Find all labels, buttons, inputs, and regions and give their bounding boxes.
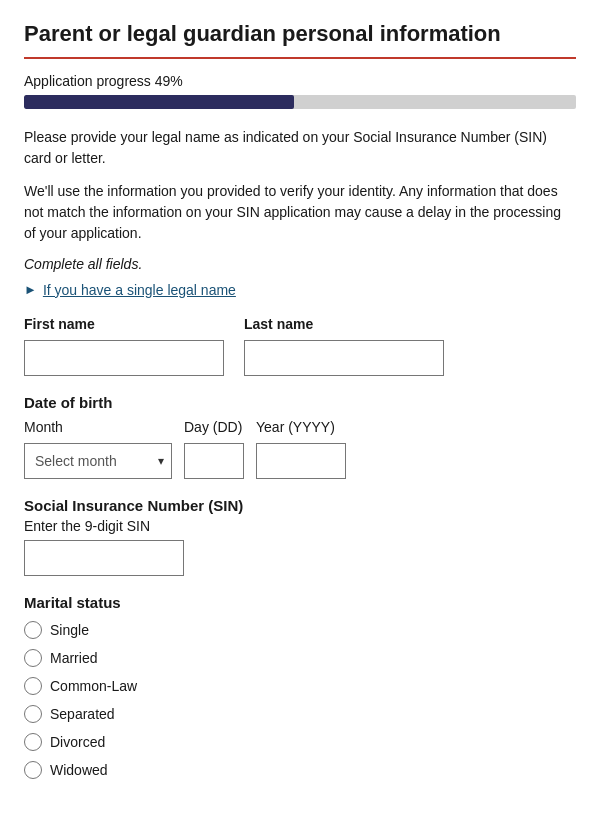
dob-section-title: Date of birth bbox=[24, 394, 576, 411]
radio-widowed-label: Widowed bbox=[50, 762, 108, 778]
radio-option-divorced: Divorced bbox=[24, 733, 576, 751]
radio-married[interactable] bbox=[24, 649, 42, 667]
year-label: Year (YYYY) bbox=[256, 419, 346, 435]
first-name-field: First name bbox=[24, 316, 224, 376]
day-input[interactable] bbox=[184, 443, 244, 479]
marital-section: Marital status Single Married Common-Law… bbox=[24, 594, 576, 779]
identity-verify-instruction: We'll use the information you provided t… bbox=[24, 181, 576, 244]
progress-bar-fill bbox=[24, 95, 294, 109]
radio-common-law[interactable] bbox=[24, 677, 42, 695]
name-row: First name Last name bbox=[24, 316, 576, 376]
progress-bar-container bbox=[24, 95, 576, 109]
first-name-label: First name bbox=[24, 316, 224, 332]
first-name-input[interactable] bbox=[24, 340, 224, 376]
page-title: Parent or legal guardian personal inform… bbox=[24, 20, 576, 59]
radio-single-label: Single bbox=[50, 622, 89, 638]
month-select[interactable]: Select month January February March Apri… bbox=[24, 443, 172, 479]
radio-divorced-label: Divorced bbox=[50, 734, 105, 750]
dob-section: Date of birth Month Select month January… bbox=[24, 394, 576, 479]
month-field: Month Select month January February Marc… bbox=[24, 419, 172, 479]
radio-option-widowed: Widowed bbox=[24, 761, 576, 779]
progress-label: Application progress 49% bbox=[24, 73, 576, 89]
sin-input[interactable] bbox=[24, 540, 184, 576]
radio-option-separated: Separated bbox=[24, 705, 576, 723]
radio-widowed[interactable] bbox=[24, 761, 42, 779]
month-label: Month bbox=[24, 419, 172, 435]
day-field: Day (DD) bbox=[184, 419, 244, 479]
day-label: Day (DD) bbox=[184, 419, 244, 435]
radio-married-label: Married bbox=[50, 650, 97, 666]
marital-status-title: Marital status bbox=[24, 594, 576, 611]
sin-sublabel: Enter the 9-digit SIN bbox=[24, 518, 576, 534]
year-input[interactable] bbox=[256, 443, 346, 479]
radio-divorced[interactable] bbox=[24, 733, 42, 751]
radio-separated-label: Separated bbox=[50, 706, 115, 722]
radio-separated[interactable] bbox=[24, 705, 42, 723]
complete-all-note: Complete all fields. bbox=[24, 256, 576, 272]
dob-row: Month Select month January February Marc… bbox=[24, 419, 576, 479]
single-name-link[interactable]: If you have a single legal name bbox=[43, 282, 236, 298]
single-name-section: ► If you have a single legal name bbox=[24, 282, 576, 298]
last-name-field: Last name bbox=[244, 316, 444, 376]
sin-section: Social Insurance Number (SIN) Enter the … bbox=[24, 497, 576, 576]
year-field: Year (YYYY) bbox=[256, 419, 346, 479]
radio-option-single: Single bbox=[24, 621, 576, 639]
radio-common-law-label: Common-Law bbox=[50, 678, 137, 694]
radio-option-married: Married bbox=[24, 649, 576, 667]
arrow-icon: ► bbox=[24, 282, 37, 297]
sin-name-instruction: Please provide your legal name as indica… bbox=[24, 127, 576, 169]
month-wrapper: Select month January February March Apri… bbox=[24, 443, 172, 479]
radio-option-common-law: Common-Law bbox=[24, 677, 576, 695]
radio-single[interactable] bbox=[24, 621, 42, 639]
last-name-input[interactable] bbox=[244, 340, 444, 376]
last-name-label: Last name bbox=[244, 316, 444, 332]
sin-section-label: Social Insurance Number (SIN) bbox=[24, 497, 576, 514]
